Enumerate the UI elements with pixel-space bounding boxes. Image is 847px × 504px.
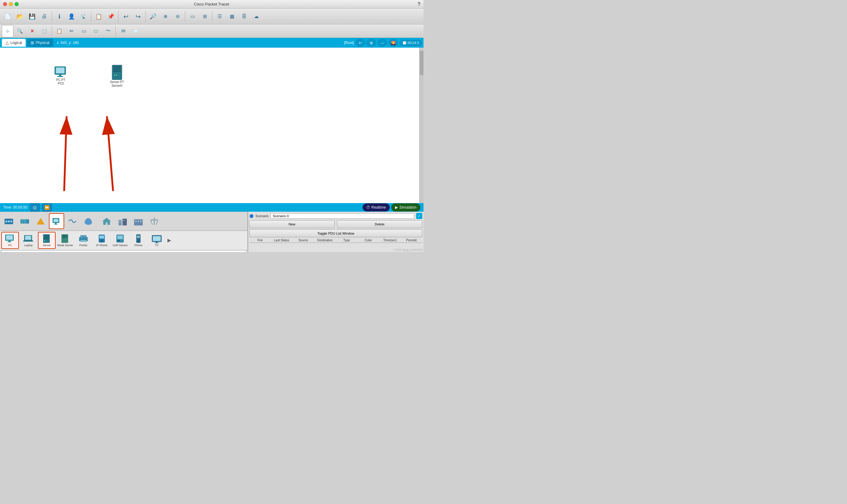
back-root-button[interactable]: ↩ [356, 39, 365, 47]
copy-icon[interactable]: 📋 [93, 11, 105, 23]
redo-icon[interactable]: ↪ [132, 11, 144, 23]
category-routers[interactable] [1, 213, 17, 229]
device-phone[interactable]: Phone [129, 232, 147, 249]
separator4 [145, 11, 146, 22]
palette-categories [0, 212, 247, 231]
connections-icon [68, 217, 77, 226]
fire-label: 🔵 [249, 214, 253, 218]
toolbar1: 📄 📂 💾 🖨 ℹ 👤 📡 📋 📌 ↩ ↪ 🔎 ⊕ ⊖ ▭ ⊞ ☰ ▦ 🗄 ☁ [0, 8, 423, 24]
window-controls[interactable] [3, 2, 19, 6]
scenario-name-input[interactable] [270, 213, 414, 219]
physical-tab[interactable]: ⊞ Physical [27, 39, 53, 47]
save-icon[interactable]: 💾 [26, 11, 38, 23]
oval-tool[interactable]: ⬭ [90, 25, 102, 37]
note-tool[interactable]: 📋 [53, 25, 65, 37]
paste-icon[interactable]: 📌 [105, 11, 117, 23]
realtime-clock-button[interactable]: ⊙ [30, 203, 40, 212]
svg-rect-64 [117, 240, 120, 241]
grid-icon[interactable]: ⊞ [199, 11, 211, 23]
pencil-tool[interactable]: ✏ [66, 25, 77, 37]
timer-display[interactable]: 🕐 00:24:3 [400, 40, 422, 46]
undo-icon[interactable]: ↩ [120, 11, 132, 23]
rect-select-icon[interactable]: ▭ [187, 11, 198, 23]
area-select-tool[interactable]: ⬚ [38, 25, 50, 37]
search-tool[interactable]: 🔍 [14, 25, 26, 37]
fast-forward-button[interactable]: ⏩ [42, 203, 52, 212]
device-printer[interactable]: Printer [74, 232, 92, 249]
pdu-complex-tool[interactable]: 📨 [129, 25, 141, 37]
more-devices-button[interactable]: ▶ [166, 232, 172, 249]
pdu-simple-tool[interactable]: ✉ [117, 25, 129, 37]
network-button[interactable]: ↔ [378, 39, 387, 47]
logical-tab[interactable]: △ Logical [2, 39, 26, 47]
pc-palette-icon [4, 234, 16, 243]
cloud-icon[interactable]: ☁ [250, 11, 262, 23]
laptop-palette-label: Laptop [24, 244, 33, 247]
list-icon[interactable]: ☰ [214, 11, 226, 23]
svg-rect-54 [62, 235, 67, 236]
device-tv[interactable]: TV [148, 232, 165, 249]
category-connections[interactable] [65, 213, 80, 229]
device-pc[interactable]: PC [1, 232, 19, 249]
new-icon[interactable]: 📄 [2, 11, 14, 23]
separator5 [185, 11, 185, 22]
add-pdu-button[interactable]: ⊕ [367, 39, 376, 47]
pc-device[interactable]: PC-PT PC0 [53, 66, 68, 86]
delete-button[interactable]: Delete [337, 220, 422, 228]
realtime-mode-button[interactable]: ⏱ Realtime [363, 203, 390, 212]
geography-button[interactable]: 🌄 [389, 39, 398, 47]
scenario-check-button[interactable]: ✓ [416, 213, 422, 219]
server-device[interactable]: Server-PT Server0 [110, 65, 124, 88]
zoom-in-icon[interactable]: ⊕ [159, 11, 171, 23]
pc-palette-label: PC [8, 244, 12, 247]
svg-rect-9 [113, 66, 121, 68]
device-weakserver[interactable]: Weak Server [56, 232, 74, 249]
device-voip[interactable]: VoIP Device [111, 232, 129, 249]
right-scrollbar[interactable] [419, 48, 423, 203]
freeform-tool[interactable]: 〜 [102, 25, 114, 37]
zoom-fit-icon[interactable]: 🔎 [147, 11, 159, 23]
close-button[interactable] [3, 2, 7, 6]
user-icon[interactable]: 👤 [66, 11, 77, 23]
category-city[interactable] [115, 213, 130, 229]
app-title: Cisco Packet Tracer [194, 2, 229, 6]
storage-icon[interactable]: 🗄 [238, 11, 250, 23]
home-icon [102, 217, 111, 226]
tv-palette-icon [151, 234, 162, 243]
delete-tool[interactable]: ✕ [26, 25, 38, 37]
simulation-mode-button[interactable]: ▶ Simulation [391, 203, 421, 212]
event-table-header: Fire Last Status Source Destination Type… [249, 238, 422, 243]
category-buildings[interactable] [131, 213, 146, 229]
device-laptop[interactable]: Laptop [20, 232, 37, 249]
new-button[interactable]: New [249, 220, 335, 228]
info-icon[interactable]: ℹ [53, 11, 65, 23]
separator2 [91, 11, 91, 22]
col-fire: Fire [249, 238, 271, 242]
server-icon [111, 65, 123, 80]
print-icon[interactable]: 🖨 [38, 11, 50, 23]
category-misc[interactable] [81, 213, 96, 229]
category-home[interactable] [99, 213, 114, 229]
connection-type-bar[interactable]: Automatically Choose Connection Type [1, 250, 246, 252]
antenna-icon[interactable]: 📡 [78, 11, 90, 23]
select-tool[interactable]: ⊹ [2, 25, 14, 37]
category-enddevices[interactable] [49, 213, 64, 229]
device-ipphone[interactable]: IP Phone [93, 232, 111, 249]
maximize-button[interactable] [15, 2, 19, 6]
device-server[interactable]: Server [38, 232, 56, 249]
minimize-button[interactable] [9, 2, 13, 6]
palette-left: PC Laptop [0, 212, 247, 252]
open-icon[interactable]: 📂 [14, 11, 26, 23]
zoom-out-icon[interactable]: ⊖ [172, 11, 183, 23]
rect-tool[interactable]: ▭ [78, 25, 90, 37]
help-button[interactable]: ? [418, 1, 421, 7]
scrollbar-thumb[interactable] [420, 51, 423, 75]
table-icon[interactable]: ▦ [226, 11, 238, 23]
canvas-area[interactable]: PC-PT PC0 Server-PT Server0 [0, 48, 419, 203]
category-switches[interactable] [17, 213, 32, 229]
server-label-line2: Server0 [111, 84, 122, 88]
category-hubs[interactable] [33, 213, 48, 229]
toggle-pdu-button[interactable]: Toggle PDU List Window [249, 229, 422, 237]
svg-line-3 [107, 116, 113, 191]
category-powerline[interactable] [147, 213, 162, 229]
